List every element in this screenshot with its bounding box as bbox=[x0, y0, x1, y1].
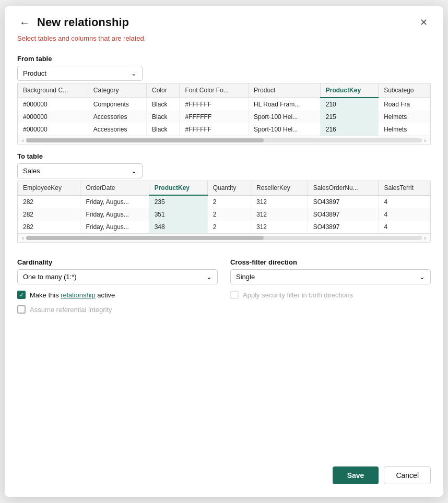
from-row2-subcat: Helmets bbox=[379, 111, 430, 123]
from-col-color[interactable]: Color bbox=[147, 83, 180, 98]
to-table-row: 282 Friday, Augus... 351 2 312 SO43897 4 bbox=[18, 208, 430, 221]
to-row1-resellerkey: 312 bbox=[251, 195, 308, 208]
from-row1-cat: Components bbox=[88, 98, 146, 111]
from-col-product[interactable]: Product bbox=[249, 83, 321, 98]
to-table-container: EmployeeKey OrderDate ProductKey Quantit… bbox=[17, 181, 431, 243]
new-relationship-dialog: ← New relationship ✕ Select tables and c… bbox=[5, 6, 443, 497]
from-row3-subcat: Helmets bbox=[379, 123, 430, 136]
active-checkmark-icon: ✓ bbox=[19, 292, 24, 298]
from-row1-bg: #000000 bbox=[18, 98, 88, 111]
from-hscrollbar[interactable] bbox=[26, 138, 422, 142]
from-row3-fontcolor: #FFFFFF bbox=[180, 123, 249, 136]
to-scroll-right-icon[interactable]: › bbox=[422, 235, 428, 241]
from-row1-color: Black bbox=[147, 98, 180, 111]
to-row2-productkey: 351 bbox=[149, 208, 207, 221]
from-col-productkey[interactable]: ProductKey bbox=[320, 83, 378, 98]
bottom-section: Cardinality One to many (1:*) ⌄ ✓ Make t… bbox=[17, 251, 431, 314]
to-row1-empkey: 282 bbox=[18, 195, 80, 208]
to-table-arrow-icon: ⌄ bbox=[131, 167, 137, 175]
to-hscrollbar[interactable] bbox=[26, 236, 422, 240]
to-col-orderdate[interactable]: OrderDate bbox=[80, 181, 149, 195]
to-row2-salesordernum: SO43897 bbox=[308, 208, 379, 221]
to-row2-orderdate: Friday, Augus... bbox=[80, 208, 149, 221]
integrity-checkbox-label: Assume referential integrity bbox=[30, 306, 112, 314]
from-col-bg[interactable]: Background C... bbox=[18, 83, 88, 98]
from-row1-subcat: Road Fra bbox=[379, 98, 430, 111]
to-col-empkey[interactable]: EmployeeKey bbox=[18, 181, 80, 195]
to-row1-salesordernum: SO43897 bbox=[308, 195, 379, 208]
from-row2-product: Sport-100 Hel... bbox=[249, 111, 321, 123]
to-row3-quantity: 2 bbox=[207, 221, 251, 233]
from-table-row: #000000 Components Black #FFFFFF HL Road… bbox=[18, 98, 430, 111]
from-row1-fontcolor: #FFFFFF bbox=[180, 98, 249, 111]
to-row3-resellerkey: 312 bbox=[251, 221, 308, 233]
to-table-row: 282 Friday, Augus... 348 2 312 SO43897 4 bbox=[18, 221, 430, 233]
from-hscrollbar-thumb bbox=[26, 138, 264, 142]
to-col-resellerkey[interactable]: ResellerKey bbox=[251, 181, 308, 195]
to-col-productkey[interactable]: ProductKey bbox=[149, 181, 207, 195]
crossfilter-arrow-icon: ⌄ bbox=[419, 273, 425, 281]
save-button[interactable]: Save bbox=[333, 466, 379, 484]
from-table-grid: Background C... Category Color Font Colo… bbox=[18, 83, 430, 136]
from-table-dropdown[interactable]: Product ⌄ bbox=[17, 66, 143, 81]
crossfilter-dropdown[interactable]: Single ⌄ bbox=[230, 269, 431, 284]
to-row3-salesordernum: SO43897 bbox=[308, 221, 379, 233]
from-table-arrow-icon: ⌄ bbox=[131, 69, 137, 77]
from-table-label: From table bbox=[17, 55, 431, 63]
from-table-row: #000000 Accessories Black #FFFFFF Sport-… bbox=[18, 123, 430, 136]
to-row1-orderdate: Friday, Augus... bbox=[80, 195, 149, 208]
active-link-text: relationship bbox=[61, 291, 96, 299]
active-checkbox-label: Make this relationship active bbox=[30, 291, 115, 299]
security-checkbox[interactable] bbox=[230, 291, 239, 299]
to-scroll-left-icon[interactable]: ‹ bbox=[20, 235, 26, 241]
to-row3-empkey: 282 bbox=[18, 221, 80, 233]
to-table-row: 282 Friday, Augus... 235 2 312 SO43897 4 bbox=[18, 195, 430, 208]
from-table-container: Background C... Category Color Font Colo… bbox=[17, 83, 431, 145]
from-row3-color: Black bbox=[147, 123, 180, 136]
crossfilter-value: Single bbox=[236, 273, 255, 281]
to-row3-productkey: 348 bbox=[149, 221, 207, 233]
to-hscrollbar-thumb bbox=[26, 236, 264, 240]
to-row2-salesterrit: 4 bbox=[379, 208, 430, 221]
integrity-checkbox[interactable] bbox=[17, 305, 26, 314]
to-col-salesordernum[interactable]: SalesOrderNu... bbox=[308, 181, 379, 195]
security-checkbox-row: Apply security filter in both directions bbox=[230, 291, 431, 299]
from-row3-productkey: 216 bbox=[320, 123, 378, 136]
integrity-checkbox-row: Assume referential integrity bbox=[17, 305, 218, 314]
from-scroll-right-icon[interactable]: › bbox=[422, 137, 428, 143]
to-row1-quantity: 2 bbox=[207, 195, 251, 208]
from-col-fontcolor[interactable]: Font Color Fo... bbox=[180, 83, 249, 98]
to-col-salesterrit[interactable]: SalesTerrit bbox=[379, 181, 430, 195]
cardinality-label: Cardinality bbox=[17, 258, 218, 266]
from-table-value: Product bbox=[23, 69, 46, 77]
from-row2-cat: Accessories bbox=[88, 111, 146, 123]
active-checkbox[interactable]: ✓ bbox=[17, 291, 26, 299]
from-scroll-left-icon[interactable]: ‹ bbox=[20, 137, 26, 143]
from-row2-productkey: 215 bbox=[320, 111, 378, 123]
to-row1-salesterrit: 4 bbox=[379, 195, 430, 208]
cancel-button[interactable]: Cancel bbox=[384, 466, 431, 484]
from-col-subcat[interactable]: Subcatego bbox=[379, 83, 430, 98]
back-button[interactable]: ← bbox=[17, 17, 32, 28]
to-row3-salesterrit: 4 bbox=[379, 221, 430, 233]
from-row1-product: HL Road Fram... bbox=[249, 98, 321, 111]
close-button[interactable]: ✕ bbox=[417, 16, 431, 29]
dialog-body: From table Product ⌄ Background C... Cat… bbox=[5, 47, 443, 458]
to-row1-productkey: 235 bbox=[149, 195, 207, 208]
to-table-hscroll[interactable]: ‹ › bbox=[18, 233, 430, 242]
cardinality-col: Cardinality One to many (1:*) ⌄ ✓ Make t… bbox=[17, 251, 218, 314]
to-row2-resellerkey: 312 bbox=[251, 208, 308, 221]
from-row2-bg: #000000 bbox=[18, 111, 88, 123]
from-col-cat[interactable]: Category bbox=[88, 83, 146, 98]
from-table-hscroll[interactable]: ‹ › bbox=[18, 136, 430, 145]
crossfilter-col: Cross-filter direction Single ⌄ Apply se… bbox=[230, 251, 431, 299]
cardinality-arrow-icon: ⌄ bbox=[206, 273, 212, 281]
cardinality-dropdown[interactable]: One to many (1:*) ⌄ bbox=[17, 269, 218, 284]
to-col-quantity[interactable]: Quantity bbox=[207, 181, 251, 195]
dialog-subtitle: Select tables and columns that are relat… bbox=[5, 34, 443, 47]
to-row2-quantity: 2 bbox=[207, 208, 251, 221]
from-row1-productkey: 210 bbox=[320, 98, 378, 111]
from-row3-product: Sport-100 Hel... bbox=[249, 123, 321, 136]
from-row2-fontcolor: #FFFFFF bbox=[180, 111, 249, 123]
to-table-dropdown[interactable]: Sales ⌄ bbox=[17, 163, 143, 178]
